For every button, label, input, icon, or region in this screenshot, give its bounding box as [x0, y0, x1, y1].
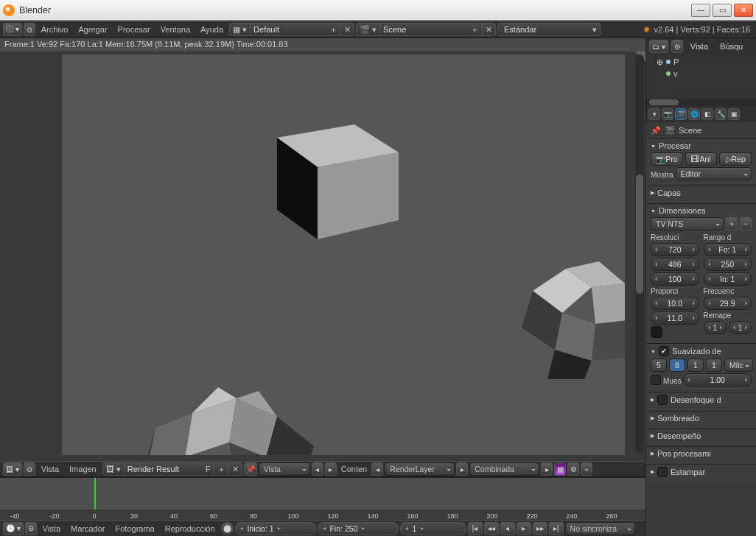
stamp-enable-check[interactable]	[657, 467, 668, 477]
render-image-button[interactable]: 📷 Pro	[651, 152, 683, 166]
crumb-scene[interactable]: Scene	[679, 126, 701, 135]
autokey-record-icon[interactable]: ⬤	[221, 522, 234, 535]
image-add-icon[interactable]: ＋	[214, 463, 229, 475]
image-menu-view[interactable]: Vista	[37, 465, 63, 473]
timeline-menu-frame[interactable]: Fotograma	[111, 524, 159, 533]
resolution-x-field[interactable]: 720	[651, 243, 699, 256]
panel-dimensions-header[interactable]: ▼Dimensiones	[651, 206, 752, 215]
frame-step-field[interactable]: In: 1	[704, 272, 752, 286]
tab-object[interactable]: ◧	[701, 108, 713, 120]
timeline-menu-marker[interactable]: Marcador	[66, 524, 109, 533]
layout-remove-icon[interactable]: ✕	[341, 24, 354, 35]
maximize-button[interactable]: ▭	[713, 4, 732, 17]
menu-help[interactable]: Ayuda	[196, 25, 228, 34]
display-channels-icon[interactable]: ▦	[554, 462, 566, 476]
layout-browse-icon[interactable]: ▦ ▾	[230, 24, 251, 35]
panel-antialiasing-header[interactable]: ▼✔Suavizado de	[651, 346, 752, 356]
slot-next-icon[interactable]: ▸	[325, 462, 337, 476]
resolution-pct-field[interactable]: 100	[651, 272, 699, 286]
full-sample-check[interactable]	[651, 375, 661, 385]
border-check[interactable]	[651, 326, 662, 338]
fps-field[interactable]: 29.9	[704, 297, 752, 310]
menu-render[interactable]: Procesar	[113, 25, 155, 34]
image-menu-image[interactable]: Imagen	[65, 465, 101, 473]
panel-shading-header[interactable]: ▶Sombreado	[651, 414, 752, 423]
frame-start-field[interactable]: Fo: 1	[704, 243, 752, 256]
timeline-menu-view[interactable]: Vista	[38, 524, 65, 533]
render-animation-button[interactable]: 🎞 Ani	[685, 152, 718, 166]
outliner-collapse-menus[interactable]: ⊖	[671, 40, 683, 53]
sync-selector[interactable]: No sincroniza	[565, 522, 635, 535]
slot-prev-icon[interactable]: ◂	[312, 462, 323, 476]
image-fake-user[interactable]: F	[203, 463, 214, 475]
panel-performance-header[interactable]: ▶Desempeño	[651, 431, 752, 440]
aspect-y-field[interactable]: 11.0	[651, 311, 699, 325]
display-mode-selector[interactable]: Editor	[676, 167, 752, 180]
slot-selector[interactable]: Vista	[259, 462, 310, 476]
pass-next-icon[interactable]: ▸	[541, 462, 553, 476]
aa-filter-selector[interactable]: Mitc	[724, 359, 753, 372]
filter-size-field[interactable]: 1.00	[683, 373, 752, 387]
frame-end-field[interactable]: 250	[704, 258, 752, 271]
image-editor-viewport[interactable]	[0, 52, 645, 461]
scene-field[interactable]: 🎬 ▾ ＋ ✕	[356, 23, 496, 36]
play-icon[interactable]: ▸	[517, 522, 531, 535]
image-datablock-field[interactable]: 🖼 ▾ F ＋ ✕	[102, 462, 242, 476]
preset-add-icon[interactable]: ＋	[726, 217, 738, 230]
collapse-menus-icon[interactable]: ⊖	[24, 23, 35, 36]
keyframe-prev-icon[interactable]: ◂◂	[484, 522, 499, 535]
outliner-scrollbar[interactable]	[646, 99, 756, 106]
preset-remove-icon[interactable]: －	[740, 217, 752, 230]
engine-name[interactable]	[498, 25, 589, 34]
panel-render-header[interactable]: ▼Procesar	[651, 141, 752, 150]
render-engine-field[interactable]: ▾	[497, 23, 601, 36]
outliner-menu-search[interactable]: Búsqu	[715, 42, 747, 51]
timeline-area[interactable]: -40 -20 0 20 40 60 80 100 120 140 160 18…	[0, 477, 645, 520]
scene-browse-icon[interactable]: 🎬 ▾	[357, 24, 380, 35]
start-frame-field[interactable]: ◂ Inicio: 1 ▸	[235, 522, 316, 535]
renderpass-selector[interactable]: Combinada	[469, 462, 539, 476]
image-collapse-menus[interactable]: ⊖	[24, 462, 35, 476]
aa-sample-8[interactable]: 8	[669, 359, 685, 372]
menu-window[interactable]: Ventana	[156, 25, 195, 34]
image-browse-icon[interactable]: 🖼 ▾	[103, 463, 125, 475]
current-frame-field[interactable]: ◂ 1 ▸	[400, 522, 466, 535]
layer-prev-icon[interactable]: ◂	[371, 462, 383, 476]
remap-old-field[interactable]: 1	[704, 321, 727, 334]
panel-postprocess-header[interactable]: ▶Pos procesami	[651, 449, 752, 458]
engine-dropdown-icon[interactable]: ▾	[589, 24, 600, 35]
screen-layout-field[interactable]: ▦ ▾ ＋ ✕	[229, 23, 354, 36]
tab-world[interactable]: 🌐	[688, 108, 700, 120]
editor-type-selector[interactable]: ⓘ ▾	[3, 23, 22, 36]
pin-icon[interactable]: 📌	[651, 126, 661, 135]
jump-end-icon[interactable]: ▸|	[549, 522, 564, 535]
layout-name[interactable]	[251, 25, 326, 34]
outliner-menu-view[interactable]: Vista	[686, 42, 713, 51]
image-name[interactable]	[125, 465, 203, 473]
curves-icon[interactable]: ⚙	[567, 462, 579, 476]
jump-start-icon[interactable]: |◂	[468, 522, 483, 535]
scene-add-icon[interactable]: ＋	[468, 24, 483, 35]
scene-remove-icon[interactable]: ✕	[483, 24, 495, 35]
panel-layers-header[interactable]: ▶Capas	[651, 188, 752, 197]
resolution-y-field[interactable]: 486	[651, 258, 699, 271]
play-reverse-icon[interactable]: ◂	[500, 522, 515, 535]
aa-sample-5[interactable]: 5	[651, 359, 667, 372]
menu-add[interactable]: Agregar	[74, 25, 111, 34]
viewport-scrollbar-vertical[interactable]	[635, 54, 644, 454]
props-editor-type-selector[interactable]: ▾	[648, 108, 660, 120]
tab-render[interactable]: 📷	[662, 108, 673, 120]
outliner-editor-type-selector[interactable]: 🗂 ▾	[649, 40, 668, 53]
scene-name[interactable]	[380, 25, 468, 34]
aa-sample-11[interactable]: 1	[687, 359, 704, 372]
timeline-menu-playback[interactable]: Reproducción	[161, 524, 220, 533]
image-remove-icon[interactable]: ✕	[229, 463, 242, 475]
panel-stamp-header[interactable]: ▶Estampar	[651, 467, 752, 477]
dimensions-preset-selector[interactable]: TV NTS	[651, 217, 724, 230]
outliner-tree[interactable]: ⊕P ⊕v	[646, 54, 756, 99]
timeline-collapse-menus[interactable]: ⊖	[25, 522, 37, 535]
tab-modifiers[interactable]: 🔧	[715, 108, 727, 120]
image-pin-icon[interactable]: 📌	[244, 462, 257, 476]
aa-sample-16[interactable]: 1	[706, 359, 722, 372]
render-play-button[interactable]: ▷ Rep	[719, 152, 752, 166]
